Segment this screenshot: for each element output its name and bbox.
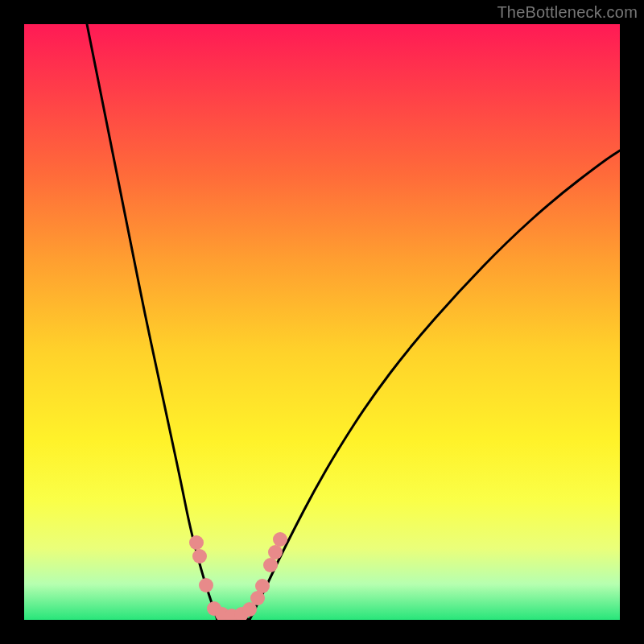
marker-dot [255, 579, 270, 593]
watermark-text: TheBottleneck.com [497, 3, 638, 22]
marker-dot [189, 535, 204, 550]
curve-lines [87, 24, 620, 620]
plot-frame [24, 24, 620, 620]
marker-dot [273, 532, 287, 547]
series-right-curve [250, 151, 620, 620]
series-left-curve [87, 24, 217, 620]
marker-dot [199, 578, 213, 592]
marker-dot [268, 545, 283, 559]
marker-dot [192, 549, 207, 564]
chart-svg [24, 24, 620, 620]
marker-dot [263, 558, 278, 572]
